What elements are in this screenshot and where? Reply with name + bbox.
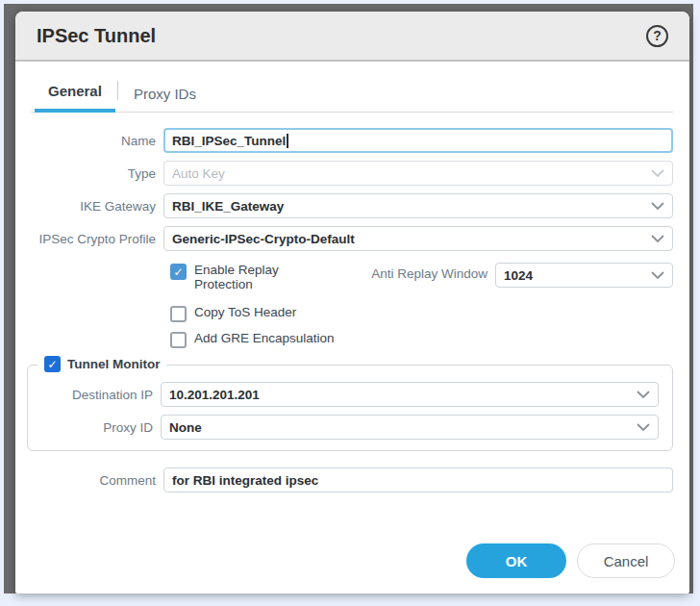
anti-replay-window-value: 1024 <box>504 268 533 283</box>
chevron-down-icon <box>651 169 664 178</box>
enable-replay-protection-checkbox[interactable]: ✓ <box>170 264 187 280</box>
name-row: Name RBI_IPSec_Tunnel <box>15 128 673 153</box>
tab-bar: General Proxy IDs <box>31 77 673 113</box>
tunnel-monitor-legend: ✓ Tunnel Monitor <box>38 355 166 372</box>
text-cursor <box>287 134 288 148</box>
tab-general[interactable]: General <box>35 77 115 113</box>
chevron-down-icon <box>637 423 650 432</box>
ike-gateway-select[interactable]: RBI_IKE_Gateway <box>163 193 673 218</box>
chevron-down-icon <box>637 391 650 399</box>
add-gre-encapsulation-row: Add GRE Encapsulation <box>170 331 673 348</box>
add-gre-encapsulation-checkbox[interactable] <box>170 332 187 348</box>
tunnel-monitor-label: Tunnel Monitor <box>61 357 160 371</box>
destination-ip-label: Destination IP <box>28 388 161 402</box>
comment-value: for RBI integrated ipsec <box>172 473 318 488</box>
chevron-down-icon <box>651 235 664 243</box>
type-row: Type Auto Key <box>15 161 673 186</box>
proxy-id-row: Proxy ID None <box>28 415 659 440</box>
help-icon[interactable]: ? <box>646 25 668 47</box>
comment-row: Comment for RBI integrated ipsec <box>15 467 673 492</box>
add-gre-encapsulation-label: Add GRE Encapsulation <box>187 331 335 345</box>
ike-gateway-row: IKE Gateway RBI_IKE_Gateway <box>15 193 673 218</box>
proxy-id-select[interactable]: None <box>161 415 659 440</box>
copy-tos-header-label: Copy ToS Header <box>187 305 296 319</box>
name-input[interactable]: RBI_IPSec_Tunnel <box>163 128 673 153</box>
destination-ip-row: Destination IP 10.201.201.201 <box>28 382 659 407</box>
tab-divider <box>117 81 118 100</box>
tunnel-monitor-group: ✓ Tunnel Monitor Destination IP 10.201.2… <box>27 365 673 451</box>
chevron-down-icon <box>651 271 664 280</box>
enable-replay-protection-label: Enable Replay Protection <box>187 263 294 291</box>
proxy-id-label: Proxy ID <box>28 420 161 435</box>
name-value: RBI_IPSec_Tunnel <box>172 134 286 148</box>
ipsec-crypto-profile-label: IPSec Crypto Profile <box>15 232 163 246</box>
tunnel-monitor-checkbox[interactable]: ✓ <box>44 356 61 372</box>
dialog-footer: OK Cancel <box>15 543 689 593</box>
replay-protection-row: ✓ Enable Replay Protection Anti Replay W… <box>170 263 673 291</box>
comment-input[interactable]: for RBI integrated ipsec <box>163 467 673 492</box>
cancel-button[interactable]: Cancel <box>577 543 675 578</box>
anti-replay-window-label: Anti Replay Window <box>294 266 495 281</box>
proxy-id-value: None <box>169 420 202 435</box>
anti-replay-window-select[interactable]: 1024 <box>495 263 673 288</box>
ipsec-tunnel-dialog: IPSec Tunnel ? General Proxy IDs Name RB… <box>15 12 689 593</box>
chevron-down-icon <box>651 202 664 211</box>
tab-proxy-ids[interactable]: Proxy IDs <box>120 80 210 112</box>
ok-button[interactable]: OK <box>466 543 566 578</box>
dialog-titlebar: IPSec Tunnel ? <box>15 12 689 62</box>
destination-ip-select[interactable]: 10.201.201.201 <box>161 382 659 407</box>
general-tab-panel: Name RBI_IPSec_Tunnel Type Auto Key IKE … <box>15 113 689 543</box>
type-value: Auto Key <box>172 166 225 181</box>
comment-label: Comment <box>15 473 163 488</box>
ike-gateway-value: RBI_IKE_Gateway <box>172 199 284 214</box>
ike-gateway-label: IKE Gateway <box>15 199 163 214</box>
copy-tos-header-row: Copy ToS Header <box>170 305 673 322</box>
type-select: Auto Key <box>163 161 673 186</box>
ipsec-crypto-profile-select[interactable]: Generic-IPSec-Crypto-Default <box>163 226 673 251</box>
dialog-title: IPSec Tunnel <box>37 25 156 47</box>
ipsec-crypto-profile-row: IPSec Crypto Profile Generic-IPSec-Crypt… <box>15 226 673 251</box>
ipsec-crypto-profile-value: Generic-IPSec-Crypto-Default <box>172 232 355 246</box>
destination-ip-value: 10.201.201.201 <box>169 388 260 402</box>
name-label: Name <box>15 134 163 148</box>
type-label: Type <box>15 166 163 181</box>
copy-tos-header-checkbox[interactable] <box>170 306 187 322</box>
